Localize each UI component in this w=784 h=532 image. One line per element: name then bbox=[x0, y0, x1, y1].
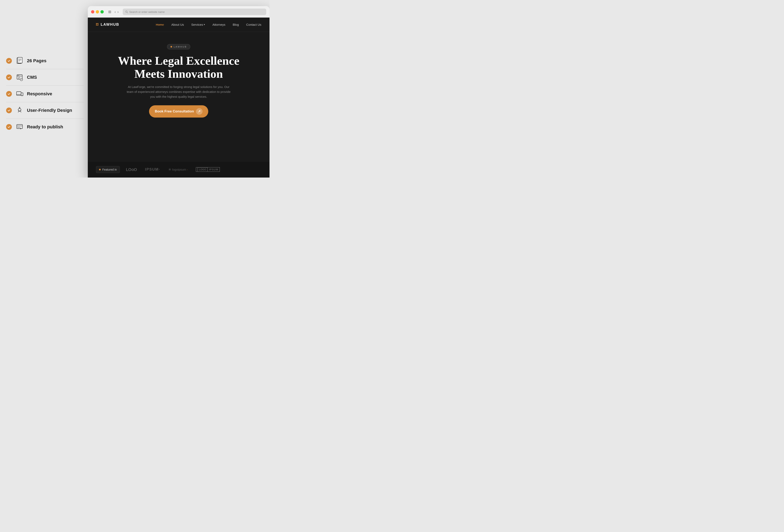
svg-point-8 bbox=[19, 75, 19, 76]
nav-services[interactable]: Services ▾ bbox=[191, 23, 205, 26]
svg-point-7 bbox=[18, 75, 18, 76]
check-badge-publish bbox=[6, 124, 12, 130]
hero-title-line1: Where Legal Excellence bbox=[118, 54, 240, 67]
checkmark-icon-3 bbox=[7, 92, 10, 95]
hero-badge: LAWHUB bbox=[167, 44, 191, 49]
feature-item-user-friendly: User-Friendly Design bbox=[6, 102, 84, 119]
logo-logo-ipsum-box: LOGO IPSUM bbox=[196, 167, 220, 172]
feature-list-wrapper: 26 Pages bbox=[6, 53, 84, 135]
svg-point-19 bbox=[19, 107, 20, 108]
svg-rect-1 bbox=[18, 57, 22, 63]
minimize-button[interactable] bbox=[96, 10, 99, 13]
feature-label-user-friendly: User-Friendly Design bbox=[27, 108, 72, 114]
check-badge-cms bbox=[6, 75, 12, 80]
svg-rect-12 bbox=[17, 92, 21, 95]
cms-icon bbox=[15, 73, 24, 82]
feature-label-cms: CMS bbox=[27, 75, 37, 80]
url-bar[interactable]: Search or enter website name bbox=[123, 8, 266, 15]
search-icon bbox=[125, 10, 128, 13]
url-placeholder: Search or enter website name bbox=[129, 10, 165, 13]
sidebar: 26 Pages bbox=[0, 0, 90, 178]
back-button[interactable]: ‹ bbox=[115, 10, 116, 14]
nav-attorneys[interactable]: Attorneys bbox=[212, 23, 225, 26]
browser-nav: ‹ › bbox=[115, 10, 119, 14]
featured-label-text: Featured in bbox=[102, 168, 117, 171]
logo-text: LAWHUB bbox=[101, 23, 119, 27]
checkmark-icon bbox=[7, 59, 10, 62]
hero-badge-text: LAWHUB bbox=[174, 46, 187, 48]
feature-item-cms: CMS bbox=[6, 69, 84, 86]
browser-window: ⊞ ‹ › Search or enter website name ⌑ LAW… bbox=[88, 6, 270, 178]
feature-label-publish: Ready to publish bbox=[27, 124, 63, 130]
close-button[interactable] bbox=[91, 10, 94, 13]
logo-loco: LOᴑO bbox=[126, 167, 137, 172]
nav-home[interactable]: Home bbox=[156, 23, 164, 26]
hero-section: LAWHUB Where Legal Excellence Meets Inno… bbox=[88, 32, 270, 126]
featured-label: Featured in bbox=[96, 166, 120, 173]
svg-line-25 bbox=[127, 12, 128, 13]
publish-icon: www bbox=[15, 122, 24, 131]
featured-dot bbox=[99, 169, 101, 170]
check-badge-pages bbox=[6, 58, 12, 64]
hero-subtitle: At LawForge, we're committed to forging … bbox=[125, 85, 232, 99]
svg-point-24 bbox=[125, 11, 127, 12]
maximize-button[interactable] bbox=[101, 10, 104, 13]
cta-button-label: Book Free Consultation bbox=[155, 109, 194, 114]
checkmark-icon-4 bbox=[7, 109, 10, 112]
traffic-lights bbox=[91, 10, 104, 13]
hero-title-line2: Meets Innovation bbox=[134, 67, 223, 80]
responsive-icon bbox=[15, 89, 24, 98]
sidebar-toggle-icon[interactable]: ⊞ bbox=[108, 9, 111, 14]
checkmark-icon-5 bbox=[7, 125, 10, 128]
browser-chrome: ⊞ ‹ › Search or enter website name bbox=[88, 6, 270, 18]
featured-bar: Featured in LOᴑO IPSUM· ✳ logoipsum· LOG… bbox=[88, 161, 270, 178]
site-logo: ⌑ LAWHUB bbox=[96, 22, 119, 27]
cta-arrow-icon: ↗ bbox=[196, 108, 202, 115]
hero-title: Where Legal Excellence Meets Innovation bbox=[96, 54, 261, 80]
hero-badge-dot bbox=[170, 46, 172, 48]
svg-point-17 bbox=[18, 108, 21, 111]
chevron-down-icon: ▾ bbox=[204, 23, 205, 26]
logo-logoipsum: ✳ logoipsum· bbox=[168, 167, 188, 172]
logo-strip: LOᴑO IPSUM· ✳ logoipsum· LOGO IPSUM bbox=[126, 167, 261, 172]
check-badge-user-friendly bbox=[6, 108, 12, 113]
nav-links: Home About Us Services ▾ Attorneys Blog … bbox=[156, 23, 261, 27]
feature-item-pages: 26 Pages bbox=[6, 53, 84, 69]
nav-contact[interactable]: Contact Us bbox=[246, 23, 261, 26]
logo-ipsum: IPSUM· bbox=[145, 167, 160, 172]
feature-label-pages: 26 Pages bbox=[27, 58, 46, 64]
feature-list: 26 Pages bbox=[6, 53, 84, 135]
website-content: ⌑ LAWHUB Home About Us Services ▾ Attorn… bbox=[88, 18, 270, 178]
site-nav: ⌑ LAWHUB Home About Us Services ▾ Attorn… bbox=[88, 18, 270, 32]
cta-button[interactable]: Book Free Consultation ↗ bbox=[149, 105, 208, 118]
nav-about[interactable]: About Us bbox=[171, 23, 184, 26]
feature-label-responsive: Responsive bbox=[27, 91, 52, 97]
forward-button[interactable]: › bbox=[117, 10, 119, 14]
checkmark-icon-2 bbox=[7, 76, 10, 79]
nav-blog[interactable]: Blog bbox=[233, 23, 239, 26]
pages-icon bbox=[15, 56, 24, 65]
check-badge-responsive bbox=[6, 91, 12, 97]
feature-item-publish: www Ready to publish bbox=[6, 119, 84, 135]
logo-icon: ⌑ bbox=[96, 22, 99, 27]
user-friendly-icon bbox=[15, 106, 24, 115]
feature-item-responsive: Responsive bbox=[6, 86, 84, 102]
svg-text:www: www bbox=[17, 126, 20, 128]
